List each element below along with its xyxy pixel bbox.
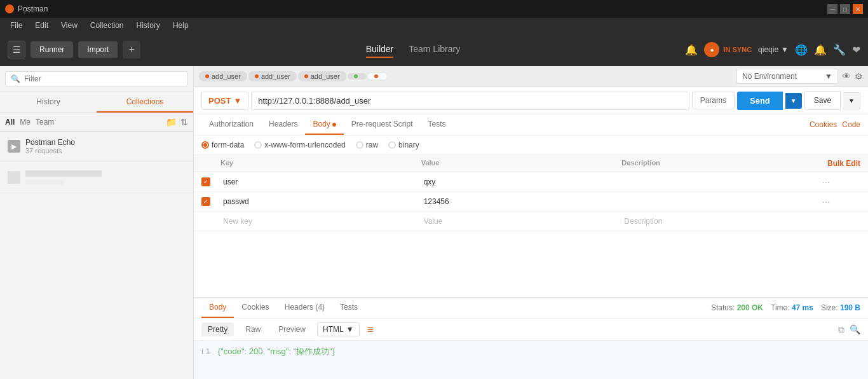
- req-tab-2[interactable]: add_user: [248, 71, 297, 81]
- format-tab-pretty[interactable]: Pretty: [201, 322, 234, 336]
- save-button[interactable]: Save: [804, 91, 841, 110]
- minimize-button[interactable]: ─: [827, 4, 837, 14]
- row2-checkbox[interactable]: ✓: [201, 197, 210, 206]
- menu-help[interactable]: Help: [168, 20, 194, 31]
- sidebar-actions: All Me Team 📁 ⇅: [0, 113, 193, 132]
- sidebar-search: 🔍: [0, 66, 193, 92]
- import-button[interactable]: Import: [78, 41, 118, 58]
- new-desc-input[interactable]: Description: [621, 216, 822, 227]
- sync-text: IN SYNC: [723, 46, 752, 53]
- tab-collections[interactable]: Collections: [97, 92, 193, 113]
- collection-info: Postman Echo 37 requests: [25, 138, 186, 155]
- menu-collection[interactable]: Collection: [85, 20, 129, 31]
- env-settings-button[interactable]: ⚙: [855, 71, 863, 81]
- params-button[interactable]: Params: [692, 92, 735, 109]
- resp-tab-headers[interactable]: Headers (4): [277, 298, 332, 318]
- close-button[interactable]: ✕: [853, 4, 863, 14]
- cookies-link[interactable]: Cookies: [810, 120, 837, 129]
- new-value-input[interactable]: Value: [421, 216, 622, 227]
- radio-urlencoded[interactable]: x-www-form-urlencoded: [254, 141, 345, 149]
- new-tab-button[interactable]: +: [123, 41, 140, 59]
- window-controls[interactable]: ─ □ ✕: [827, 4, 863, 14]
- row1-key[interactable]: user: [220, 176, 421, 188]
- runner-button[interactable]: Runner: [31, 41, 73, 58]
- send-dropdown-button[interactable]: ▼: [785, 93, 802, 109]
- col-key: Key: [220, 159, 421, 168]
- copy-button[interactable]: ⧉: [838, 324, 844, 335]
- row2-more-button[interactable]: ···: [822, 196, 860, 207]
- menu-view[interactable]: View: [56, 20, 83, 31]
- row1-more-button[interactable]: ···: [822, 177, 860, 187]
- menu-file[interactable]: File: [5, 20, 27, 31]
- env-eye-button[interactable]: 👁: [842, 71, 851, 81]
- list-item[interactable]: [0, 162, 193, 193]
- table-row: ✓ passwd 123456 ···: [194, 192, 868, 212]
- wrench-icon[interactable]: 🔧: [833, 44, 846, 56]
- sync-area: ● IN SYNC: [704, 42, 752, 57]
- tab-body[interactable]: Body: [305, 114, 343, 135]
- new-key-input[interactable]: New key: [220, 216, 421, 227]
- req-tab-5[interactable]: [368, 73, 387, 79]
- row2-value[interactable]: 123456: [421, 196, 622, 207]
- filter-team[interactable]: Team: [36, 118, 54, 127]
- user-dropdown[interactable]: qieqie ▼: [758, 45, 789, 54]
- format-arrow: ▼: [346, 325, 354, 334]
- search-response-button[interactable]: 🔍: [850, 324, 860, 335]
- tab-history[interactable]: History: [0, 92, 97, 113]
- sidebar-toggle[interactable]: ☰: [8, 41, 25, 59]
- radio-form-data[interactable]: form-data: [201, 141, 244, 149]
- send-button[interactable]: Send: [737, 92, 783, 110]
- format-tab-raw[interactable]: Raw: [239, 322, 267, 336]
- req-tab-1[interactable]: add_user: [199, 71, 247, 81]
- wrap-icon[interactable]: ≡: [367, 323, 374, 336]
- resp-tab-tests[interactable]: Tests: [332, 298, 365, 318]
- resp-tab-body[interactable]: Body: [201, 298, 234, 318]
- tab-tests[interactable]: Tests: [420, 114, 453, 135]
- save-dropdown-button[interactable]: ▼: [843, 92, 860, 109]
- row2-key[interactable]: passwd: [220, 196, 421, 207]
- env-select[interactable]: No Environment ▼: [736, 69, 838, 84]
- new-folder-button[interactable]: 📁: [166, 117, 177, 127]
- maximize-button[interactable]: □: [840, 4, 850, 14]
- sort-button[interactable]: ⇅: [180, 117, 188, 127]
- row1-checkbox[interactable]: ✓: [201, 177, 210, 186]
- filter-me[interactable]: Me: [20, 118, 31, 127]
- binary-label: binary: [398, 141, 419, 149]
- code-link[interactable]: Code: [842, 120, 860, 129]
- format-select[interactable]: HTML ▼: [317, 322, 360, 336]
- request-option-tabs: Authorization Headers Body Pre-request S…: [194, 114, 868, 135]
- url-input[interactable]: [251, 92, 689, 110]
- top-bar-right: 🔔 ● IN SYNC qieqie ▼ 🌐 🔔 🔧 ❤: [685, 42, 860, 57]
- radio-binary[interactable]: binary: [388, 141, 419, 149]
- tab-team-library[interactable]: Team Library: [409, 41, 460, 58]
- tab-authorization[interactable]: Authorization: [201, 114, 261, 135]
- sidebar-tabs: History Collections: [0, 92, 193, 113]
- format-tab-preview[interactable]: Preview: [272, 322, 312, 336]
- bulk-edit-button[interactable]: Bulk Edit: [822, 159, 860, 168]
- req-tab-3[interactable]: add_user: [298, 71, 346, 81]
- time-label: Time: 47 ms: [771, 303, 813, 312]
- format-value: HTML: [323, 325, 344, 334]
- bell-icon[interactable]: 🔔: [814, 44, 827, 56]
- body-dot: [332, 123, 336, 127]
- filter-all[interactable]: All: [5, 118, 15, 127]
- filter-input[interactable]: [24, 74, 182, 83]
- notifications-icon[interactable]: 🔔: [685, 44, 698, 56]
- menu-history[interactable]: History: [132, 20, 165, 31]
- tab-builder[interactable]: Builder: [366, 41, 394, 58]
- row2-desc: [621, 200, 822, 203]
- tab-headers[interactable]: Headers: [261, 114, 305, 135]
- env-bar: No Environment ▼ 👁 ⚙: [736, 69, 863, 84]
- row1-value[interactable]: qxy: [421, 176, 622, 188]
- method-select[interactable]: POST ▼: [201, 92, 248, 110]
- resp-tab-cookies[interactable]: Cookies: [234, 298, 276, 318]
- req-tab-4[interactable]: [348, 73, 367, 79]
- heart-icon[interactable]: ❤: [852, 44, 860, 56]
- radio-raw[interactable]: raw: [356, 141, 378, 149]
- radio-dot-urlencoded: [254, 141, 262, 149]
- menu-edit[interactable]: Edit: [30, 20, 53, 31]
- list-item[interactable]: ▶ Postman Echo 37 requests: [0, 132, 193, 162]
- globe-icon[interactable]: 🌐: [795, 44, 808, 56]
- tab-pre-request[interactable]: Pre-request Script: [344, 114, 421, 135]
- response-body: i 1{"code": 200, "msg": "操作成功"}: [194, 341, 868, 379]
